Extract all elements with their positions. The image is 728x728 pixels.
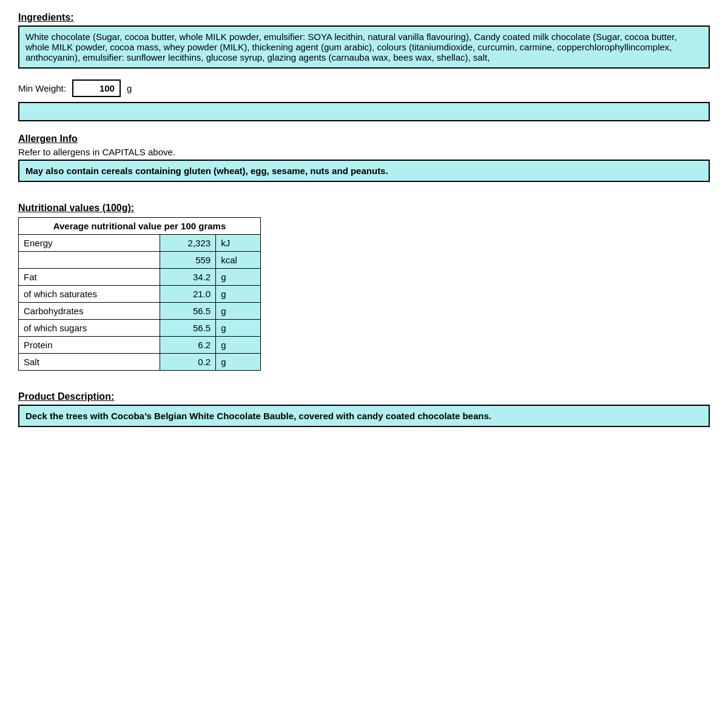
ingredients-section: Ingredients: White chocolate (Sugar, coc…	[18, 12, 710, 69]
nutrition-table: Average nutritional value per 100 grams …	[18, 217, 261, 371]
nutrition-title: Nutritional values (100g):	[18, 203, 710, 214]
nutrition-value: 0.2	[160, 354, 216, 371]
nutrition-table-header: Average nutritional value per 100 grams	[19, 218, 261, 235]
product-description-text: Deck the trees with Cocoba’s Belgian Whi…	[18, 405, 710, 427]
nutrition-label: of which saturates	[19, 286, 160, 303]
min-weight-section: Min Weight: 100 g	[18, 79, 710, 97]
nutrition-section: Nutritional values (100g): Average nutri…	[18, 203, 710, 371]
nutrition-unit: g	[216, 337, 261, 354]
nutrition-value: 56.5	[160, 303, 216, 320]
table-row: Salt0.2g	[19, 354, 261, 371]
min-weight-value[interactable]: 100	[72, 79, 121, 97]
nutrition-label: Protein	[19, 337, 160, 354]
allergen-section: Allergen Info Refer to allergens in CAPI…	[18, 133, 710, 182]
table-row: of which sugars56.5g	[19, 320, 261, 337]
product-description-section: Product Description: Deck the trees with…	[18, 391, 710, 427]
nutrition-unit: g	[216, 303, 261, 320]
nutrition-unit: g	[216, 320, 261, 337]
nutrition-value: 21.0	[160, 286, 216, 303]
ingredients-text: White chocolate (Sugar, cocoa butter, wh…	[18, 25, 710, 69]
table-row: Protein6.2g	[19, 337, 261, 354]
nutrition-label: Fat	[19, 269, 160, 286]
table-row: Energy2,323kJ	[19, 235, 261, 252]
allergen-bold-text: May also contain cereals containing glut…	[18, 160, 710, 182]
nutrition-value: 2,323	[160, 235, 216, 252]
nutrition-label: of which sugars	[19, 320, 160, 337]
nutrition-value: 6.2	[160, 337, 216, 354]
nutrition-label: Carbohydrates	[19, 303, 160, 320]
nutrition-unit: kJ	[216, 235, 261, 252]
empty-cyan-box	[18, 102, 710, 121]
nutrition-value: 559	[160, 252, 216, 269]
table-row: of which saturates21.0g	[19, 286, 261, 303]
allergen-title: Allergen Info	[18, 133, 710, 144]
product-description-title: Product Description:	[18, 391, 710, 402]
ingredients-title: Ingredients:	[18, 12, 710, 23]
nutrition-label	[19, 252, 160, 269]
nutrition-label: Energy	[19, 235, 160, 252]
nutrition-value: 34.2	[160, 269, 216, 286]
nutrition-label: Salt	[19, 354, 160, 371]
table-row: 559kcal	[19, 252, 261, 269]
min-weight-unit: g	[127, 83, 132, 93]
nutrition-unit: g	[216, 269, 261, 286]
nutrition-value: 56.5	[160, 320, 216, 337]
nutrition-unit: g	[216, 286, 261, 303]
nutrition-unit: g	[216, 354, 261, 371]
nutrition-unit: kcal	[216, 252, 261, 269]
allergen-normal-text: Refer to allergens in CAPITALS above.	[18, 147, 710, 157]
min-weight-label: Min Weight:	[18, 83, 66, 93]
table-row: Fat34.2g	[19, 269, 261, 286]
table-row: Carbohydrates56.5g	[19, 303, 261, 320]
